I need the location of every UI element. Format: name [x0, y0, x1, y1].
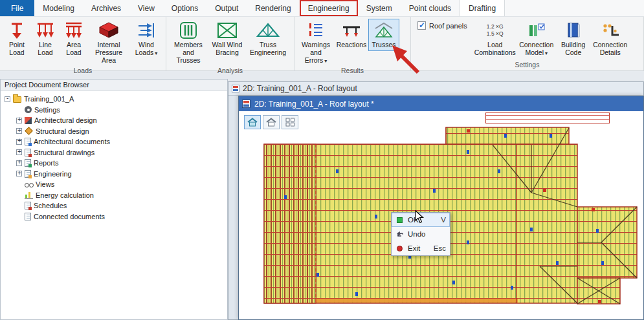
area-load-button[interactable]: Area Load: [60, 19, 88, 59]
tree-item-schedules[interactable]: Schedules: [2, 200, 226, 211]
members-and-trusses-button[interactable]: Members and Trusses: [169, 19, 208, 66]
tree-item-label: Connected documents: [34, 213, 105, 220]
structural-design-icon: [25, 127, 33, 135]
back-window-title: 2D: Training_001_A - Roof layout: [243, 84, 357, 93]
group-label-results: Results: [294, 66, 410, 76]
roof-panels-checkbox-row[interactable]: Roof panels: [417, 21, 467, 30]
tab-drafting[interactable]: Drafting: [460, 0, 505, 16]
tab-modeling[interactable]: Modeling: [34, 0, 83, 16]
collapse-icon[interactable]: [5, 96, 10, 102]
back-window-titlebar[interactable]: 2D: Training_001_A - Roof layout: [228, 82, 643, 96]
architectural-design-icon: [25, 117, 32, 124]
roof-panels-checkbox[interactable]: [417, 21, 426, 30]
undo-label: Undo: [408, 230, 426, 238]
engineering-icon: [25, 170, 31, 178]
members-and-trusses-icon: [179, 21, 197, 40]
menu-bar: File Modeling Archives View Options Outp…: [0, 0, 644, 17]
wind-loads-label: Wind Loads: [131, 41, 162, 57]
tree-item-label: Energy calculation: [36, 191, 94, 199]
expand-icon[interactable]: [16, 149, 22, 155]
load-combinations-button[interactable]: 1.2 ×G 1.5 ×Q Load Combinations: [474, 19, 516, 59]
tree-item-structural-drawings[interactable]: Structural drawings: [2, 147, 226, 158]
tree-item-energy-calculation[interactable]: Energy calculation: [2, 190, 226, 201]
load-combinations-icon: 1.2 ×G 1.5 ×Q: [487, 21, 504, 40]
tab-archives[interactable]: Archives: [83, 0, 129, 16]
trusses-label: Trusses: [372, 41, 396, 49]
tree-item-views[interactable]: Views: [2, 179, 226, 190]
view-toolbar: [244, 115, 298, 129]
expand-icon[interactable]: [16, 171, 22, 176]
members-and-trusses-label: Members and Trusses: [170, 41, 206, 64]
tree-item-architectural-documents[interactable]: Architectural documents: [2, 136, 226, 147]
tree-item-architectural-design[interactable]: Architectural design: [2, 115, 226, 126]
wall-wind-bracing-button[interactable]: Wall Wind Bracing: [208, 19, 247, 59]
tab-system[interactable]: System: [358, 0, 401, 16]
truss-engineering-label: Truss Engineering: [248, 41, 288, 57]
internal-pressure-area-icon: [98, 21, 119, 40]
trusses-button[interactable]: Trusses: [368, 19, 399, 51]
load-combo-line2: 1.5 ×Q: [487, 30, 504, 37]
tree-item-root[interactable]: Training_001_A: [2, 94, 226, 105]
folder-icon: [13, 96, 21, 103]
tree-item-label: Engineering: [34, 170, 72, 178]
warnings-and-errors-icon: [307, 21, 324, 40]
connection-details-button[interactable]: Connection Details: [590, 19, 630, 59]
front-window-titlebar[interactable]: 2D: Training_001_A - Roof layout *: [239, 96, 643, 111]
ribbon-group-loads: Point Load Line Load Area Load Internal …: [0, 17, 166, 70]
tree-item-structural-design[interactable]: Structural design: [2, 126, 226, 137]
building-code-icon: [565, 21, 582, 40]
drawing-canvas[interactable]: OK V Undo Exit Esc: [239, 111, 643, 319]
trusses-icon: [374, 21, 394, 40]
energy-calculation-icon: [25, 191, 33, 199]
connection-model-button[interactable]: Connection Model: [516, 19, 557, 59]
tree-item-reports[interactable]: Reports: [2, 158, 226, 169]
warnings-and-errors-button[interactable]: Warnings and Errors: [297, 19, 335, 66]
expand-icon[interactable]: [16, 118, 22, 123]
tab-options[interactable]: Options: [163, 0, 206, 16]
tree-item-connected-documents[interactable]: Connected documents: [2, 211, 226, 222]
house-outline-icon: [266, 118, 276, 127]
tab-rendering[interactable]: Rendering: [247, 0, 299, 16]
views-icon: [25, 182, 33, 188]
view-mode-button-3[interactable]: [282, 115, 298, 129]
ribbon: Point Load Line Load Area Load Internal …: [0, 17, 644, 71]
view-mode-button-2[interactable]: [263, 115, 280, 129]
view-mode-button-1[interactable]: [244, 115, 261, 129]
ribbon-group-settings: Roof panels 1.2 ×G 1.5 ×Q Load Combinati…: [411, 17, 644, 70]
tab-file[interactable]: File: [0, 0, 34, 16]
tree-item-label: Schedules: [34, 202, 67, 209]
building-code-button[interactable]: Building Code: [557, 19, 590, 59]
tree-item-label: Architectural design: [34, 116, 97, 124]
expand-icon[interactable]: [16, 128, 22, 134]
wind-loads-button[interactable]: Wind Loads: [129, 19, 163, 59]
window-roof-layout-front[interactable]: 2D: Training_001_A - Roof layout *: [238, 96, 644, 320]
tab-engineering[interactable]: Engineering: [300, 0, 358, 16]
context-menu-item-exit[interactable]: Exit Esc: [392, 241, 450, 255]
front-window-title: 2D: Training_001_A - Roof layout *: [254, 100, 374, 109]
tree-root-label: Training_001_A: [24, 95, 74, 103]
point-load-button[interactable]: Point Load: [3, 19, 31, 59]
chevron-down-icon: [323, 56, 327, 64]
internal-pressure-area-button[interactable]: Internal Pressure Area: [88, 19, 129, 66]
tab-output[interactable]: Output: [206, 0, 247, 16]
context-menu-item-ok[interactable]: OK V: [392, 213, 450, 227]
expand-icon[interactable]: [16, 160, 22, 166]
expand-icon[interactable]: [16, 139, 22, 145]
schedules-icon: [25, 202, 31, 209]
tab-view[interactable]: View: [129, 0, 163, 16]
load-combo-line1: 1.2 ×G: [487, 23, 504, 30]
context-menu-item-undo[interactable]: Undo: [392, 227, 450, 241]
tree-item-label: Structural design: [36, 127, 89, 135]
line-load-icon: [36, 21, 55, 40]
tree-item-engineering[interactable]: Engineering: [2, 169, 226, 180]
tab-point-clouds[interactable]: Point clouds: [401, 0, 460, 16]
exit-shortcut: Esc: [434, 244, 446, 252]
tree-item-settings[interactable]: Settings: [2, 105, 226, 116]
chevron-down-icon: [153, 48, 157, 56]
reactions-button[interactable]: Reactions: [335, 19, 368, 51]
point-load-label: Point Load: [4, 41, 30, 57]
line-load-button[interactable]: Line Load: [31, 19, 60, 59]
truss-engineering-button[interactable]: Truss Engineering: [247, 19, 289, 59]
document-tree: Training_001_A Settings Architectural de…: [1, 91, 227, 222]
tree-item-label: Reports: [34, 159, 59, 167]
